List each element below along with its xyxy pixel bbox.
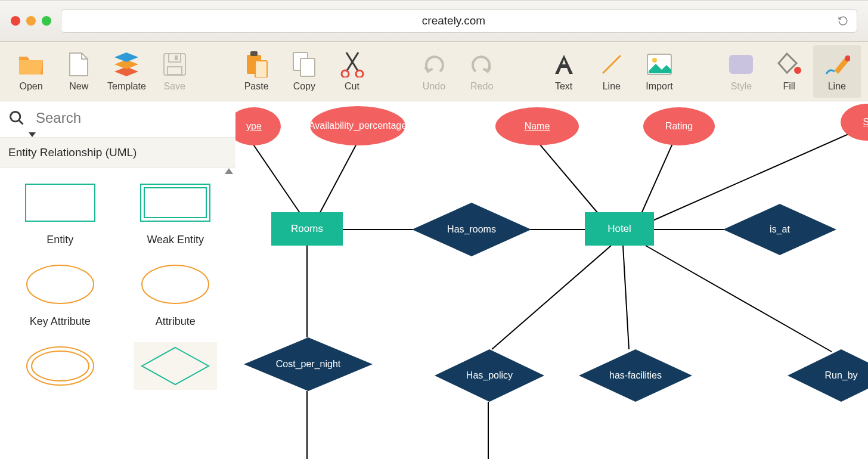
workspace: Entity Relationship (UML) Entity Weak En… (0, 101, 868, 459)
attr-availability[interactable]: Availability_percentage (310, 106, 405, 145)
svg-marker-2 (114, 52, 138, 62)
template-icon (113, 51, 140, 77)
browser-chrome: creately.com (0, 0, 868, 42)
fill-label: Fill (783, 81, 795, 92)
search-input[interactable] (33, 110, 235, 126)
copy-icon (291, 51, 317, 77)
svg-point-25 (27, 265, 94, 303)
line-icon (599, 51, 625, 77)
cut-button[interactable]: Cut (328, 45, 376, 98)
url-text: creately.com (70, 14, 838, 27)
fill-button[interactable]: Fill (765, 45, 813, 98)
paste-icon (243, 51, 269, 77)
svg-rect-22 (26, 184, 95, 221)
search-icon (8, 110, 25, 126)
line-style-button[interactable]: Line (813, 45, 861, 98)
import-icon (646, 51, 672, 77)
svg-line-21 (19, 120, 23, 125)
entity-hotel[interactable]: Hotel (585, 212, 654, 246)
rel-is-at[interactable]: is_at (723, 204, 836, 255)
svg-rect-17 (729, 55, 753, 74)
shape-attribute-label: Attribute (156, 315, 196, 328)
import-button[interactable]: Import (636, 45, 683, 98)
rel-run-by[interactable]: Run_by (788, 349, 868, 402)
shape-panel: Entity Weak Entity Key Attribute Attribu… (0, 168, 235, 459)
shape-relationship[interactable] (126, 342, 225, 390)
save-button[interactable]: Save (151, 45, 199, 98)
paste-button[interactable]: Paste (232, 45, 280, 98)
rel-cost-per-night[interactable]: Cost_per_night (244, 337, 373, 391)
svg-line-39 (492, 246, 611, 349)
svg-point-26 (142, 265, 209, 303)
svg-marker-29 (142, 348, 209, 384)
svg-point-12 (342, 70, 349, 77)
line-tool-button[interactable]: Line (588, 45, 636, 98)
text-tool-button[interactable]: Text (540, 45, 588, 98)
undo-icon (421, 51, 447, 77)
attr-name[interactable]: Name (495, 107, 579, 145)
open-label: Open (20, 81, 43, 92)
shape-weak-entity[interactable]: Weak Entity (126, 179, 225, 246)
svg-point-16 (652, 58, 657, 63)
minimize-window-icon[interactable] (26, 16, 36, 26)
new-button[interactable]: New (55, 45, 103, 98)
window-controls (11, 16, 51, 26)
search-row (0, 101, 235, 135)
sidebar: Entity Relationship (UML) Entity Weak En… (0, 101, 235, 459)
style-icon (728, 51, 754, 77)
undo-button[interactable]: Undo (410, 45, 458, 98)
rel-has-rooms[interactable]: Has_rooms (412, 203, 531, 256)
attr-rating[interactable]: Rating (643, 107, 715, 145)
svg-rect-11 (300, 58, 315, 76)
file-new-icon (66, 51, 92, 77)
template-label: Template (107, 81, 146, 92)
shape-multivalued-attribute[interactable] (11, 342, 110, 390)
refresh-icon[interactable] (838, 15, 848, 26)
style-button[interactable]: Style (717, 45, 765, 98)
connector-lines (235, 101, 868, 459)
svg-line-40 (623, 246, 629, 349)
svg-rect-24 (144, 188, 206, 218)
redo-label: Redo (470, 81, 493, 92)
svg-rect-5 (175, 55, 178, 60)
svg-point-13 (356, 70, 363, 77)
shape-weak-entity-label: Weak Entity (147, 234, 204, 246)
search-dropdown-caret-icon[interactable] (29, 132, 36, 137)
maximize-window-icon[interactable] (42, 16, 51, 26)
svg-rect-6 (168, 67, 182, 75)
svg-line-35 (641, 137, 675, 215)
copy-button[interactable]: Copy (280, 45, 328, 98)
svg-point-28 (32, 351, 89, 381)
rel-has-policy[interactable]: Has_policy (435, 349, 544, 402)
rel-has-facilities[interactable]: has-facilities (579, 349, 692, 402)
svg-point-20 (11, 112, 20, 122)
save-label: Save (163, 81, 185, 92)
redo-button[interactable]: Redo (458, 45, 506, 98)
save-icon (162, 51, 188, 77)
diagram-canvas[interactable]: ype Availability_percentage Name Rating … (235, 101, 868, 459)
svg-point-27 (27, 347, 94, 385)
text-icon (551, 51, 577, 77)
sidebar-category-header[interactable]: Entity Relationship (UML) (0, 137, 235, 168)
open-button[interactable]: Open (7, 45, 55, 98)
svg-line-31 (319, 142, 358, 215)
entity-rooms[interactable]: Rooms (271, 212, 343, 246)
cut-label: Cut (345, 81, 359, 92)
svg-rect-8 (250, 51, 258, 56)
svg-rect-23 (141, 184, 210, 221)
svg-line-14 (603, 56, 620, 73)
svg-rect-9 (255, 61, 267, 77)
undo-label: Undo (423, 81, 445, 92)
svg-line-34 (534, 137, 599, 215)
shape-attribute[interactable]: Attribute (126, 260, 225, 328)
redo-icon (469, 51, 495, 77)
shape-key-attribute[interactable]: Key Attribute (11, 260, 110, 328)
line2-label: Line (828, 81, 846, 92)
line-label: Line (603, 81, 621, 92)
url-bar[interactable]: creately.com (61, 9, 857, 33)
template-button[interactable]: Template (103, 45, 150, 98)
close-window-icon[interactable] (11, 16, 20, 26)
scroll-up-icon[interactable] (225, 168, 233, 174)
shape-entity[interactable]: Entity (11, 179, 110, 246)
shape-entity-label: Entity (46, 234, 73, 246)
